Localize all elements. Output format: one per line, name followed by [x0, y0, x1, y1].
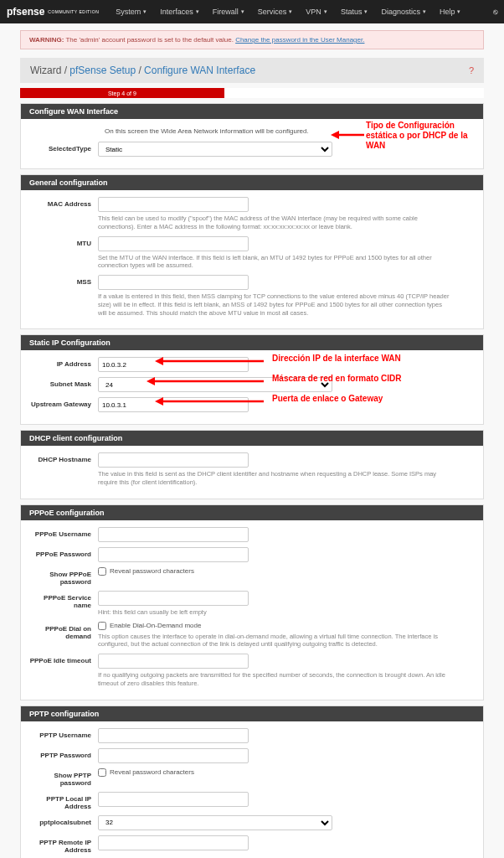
pptp-remoteip-input[interactable] [98, 835, 249, 850]
panel-general: General configuration MAC Address This f… [20, 174, 484, 329]
chevron-down-icon: ▾ [423, 8, 426, 15]
pptp-password-input[interactable] [98, 748, 249, 763]
pptp-remoteip-label: PPTP Remote IP Address [29, 835, 98, 854]
progress-text: Step 4 of 9 [108, 90, 136, 96]
breadcrumb-wizard: Wizard [30, 65, 61, 76]
panel-static-ip: Static IP Configuration IP Address Subne… [20, 334, 484, 425]
warning-link[interactable]: Change the password in the User Manager. [235, 36, 364, 44]
nav-vpn[interactable]: VPN▾ [299, 8, 334, 16]
nav-diagnostics[interactable]: Diagnostics▾ [374, 8, 433, 16]
panel-pppoe: PPPoE configuration PPPoE Username PPPoE… [20, 504, 484, 700]
subnet-label: Subnet Mask [29, 377, 98, 388]
panel-dhcp: DHCP client configuration DHCP Hostname … [20, 430, 484, 499]
progress-bar: Step 4 of 9 [20, 88, 484, 98]
breadcrumb-page[interactable]: Configure WAN Interface [144, 65, 255, 76]
pppoe-password-input[interactable] [98, 547, 249, 562]
pppoe-dial-help: This option causes the interface to oper… [98, 633, 450, 649]
dhcp-hostname-label: DHCP Hostname [29, 452, 98, 463]
mac-input[interactable] [98, 197, 249, 212]
subnet-select[interactable]: 24 [98, 377, 332, 392]
mss-label: MSS [29, 275, 98, 286]
pppoe-idle-help: If no qualifying outgoing packets are tr… [98, 671, 450, 688]
pppoe-username-input[interactable] [98, 527, 249, 542]
pppoe-idle-input[interactable] [98, 654, 249, 669]
mtu-input[interactable] [98, 236, 249, 251]
panel-configure-wan: Configure WAN Interface On this screen t… [20, 103, 484, 169]
nav-interfaces[interactable]: Interfaces▾ [153, 8, 206, 16]
mtu-label: MTU [29, 236, 98, 247]
nav-firewall[interactable]: Firewall▾ [206, 8, 251, 16]
pptp-password-label: PPTP Password [29, 748, 98, 759]
panel-header: General configuration [21, 175, 483, 190]
logout-icon[interactable]: ⎋ [493, 8, 497, 16]
logo-subtitle: COMMUNITY EDITION [48, 9, 99, 14]
pppoe-service-help: Hint: this field can usually be left emp… [98, 608, 450, 617]
nav-help[interactable]: Help▾ [433, 8, 468, 16]
chevron-down-icon: ▾ [324, 8, 327, 15]
ip-label: IP Address [29, 357, 98, 368]
mss-input[interactable] [98, 275, 249, 290]
pppoe-dial-checkbox[interactable] [98, 622, 106, 630]
dhcp-hostname-help: The value in this field is sent as the D… [98, 470, 450, 487]
pppoe-service-input[interactable] [98, 591, 249, 606]
pptp-username-label: PPTP Username [29, 728, 98, 739]
breadcrumb: Wizard / pfSense Setup / Configure WAN I… [30, 65, 255, 76]
panel-pptp: PPTP configuration PPTP Username PPTP Pa… [20, 706, 484, 859]
nav-system[interactable]: System▾ [109, 8, 153, 16]
pptp-showpw-label: Show PPTP password [29, 768, 98, 787]
pppoe-idle-label: PPPoE Idle timeout [29, 654, 98, 664]
selected-type-select[interactable]: Static [98, 142, 332, 157]
pptp-localip-label: PPTP Local IP Address [29, 792, 98, 810]
panel-header: Static IP Configuration [21, 335, 483, 350]
navbar: pfsense COMMUNITY EDITION System▾ Interf… [0, 0, 504, 23]
selected-type-label: SelectedType [29, 142, 98, 152]
help-icon[interactable]: ? [469, 65, 474, 75]
chevron-down-icon: ▾ [241, 8, 244, 15]
panel-header: PPTP configuration [21, 706, 483, 721]
pppoe-dial-label: PPPoE Dial on demand [29, 622, 98, 640]
chevron-down-icon: ▾ [457, 8, 460, 15]
pptp-showpw-text: Reveal password characters [110, 768, 194, 776]
panel-header: PPPoE configuration [21, 505, 483, 520]
logo: pfsense [7, 6, 48, 18]
warning-alert: WARNING: The 'admin' account password is… [20, 30, 484, 49]
ip-input[interactable] [98, 357, 249, 372]
pppoe-dial-text: Enable Dial-On-Demand mode [110, 622, 201, 629]
chevron-down-icon: ▾ [196, 8, 199, 15]
mac-help: This field can be used to modify ("spoof… [98, 214, 450, 231]
pppoe-showpw-text: Reveal password characters [110, 567, 194, 575]
dhcp-hostname-input[interactable] [98, 452, 249, 468]
pptp-subnet-select[interactable]: 32 [98, 815, 332, 830]
gateway-label: Upstream Gateway [29, 397, 98, 408]
warning-label: WARNING: [29, 36, 64, 44]
warning-text: The 'admin' account password is set to t… [65, 36, 234, 44]
pptp-username-input[interactable] [98, 728, 249, 743]
pptp-localip-input[interactable] [98, 792, 249, 807]
pptp-showpw-checkbox[interactable] [98, 768, 106, 777]
mss-help: If a value is entered in this field, the… [98, 292, 450, 317]
pptp-subnet-label: pptplocalsubnet [29, 815, 98, 826]
nav-services[interactable]: Services▾ [251, 8, 300, 16]
pppoe-password-label: PPPoE Password [29, 547, 98, 558]
info-text: On this screen the Wide Area Network inf… [29, 126, 475, 142]
mtu-help: Set the MTU of the WAN interface. If thi… [98, 254, 450, 271]
gateway-input[interactable] [98, 397, 249, 412]
panel-header: DHCP client configuration [21, 431, 483, 446]
panel-header: Configure WAN Interface [21, 104, 483, 119]
chevron-down-icon: ▾ [364, 8, 368, 15]
nav-status[interactable]: Status▾ [334, 8, 375, 16]
breadcrumb-panel: Wizard / pfSense Setup / Configure WAN I… [20, 58, 484, 83]
chevron-down-icon: ▾ [289, 8, 292, 15]
pppoe-service-label: PPPoE Service name [29, 591, 98, 609]
mac-label: MAC Address [29, 197, 98, 208]
breadcrumb-setup[interactable]: pfSense Setup [69, 65, 136, 76]
chevron-down-icon: ▾ [143, 8, 147, 15]
pppoe-showpw-label: Show PPPoE password [29, 567, 98, 586]
pppoe-showpw-checkbox[interactable] [98, 567, 106, 576]
pppoe-username-label: PPPoE Username [29, 527, 98, 538]
